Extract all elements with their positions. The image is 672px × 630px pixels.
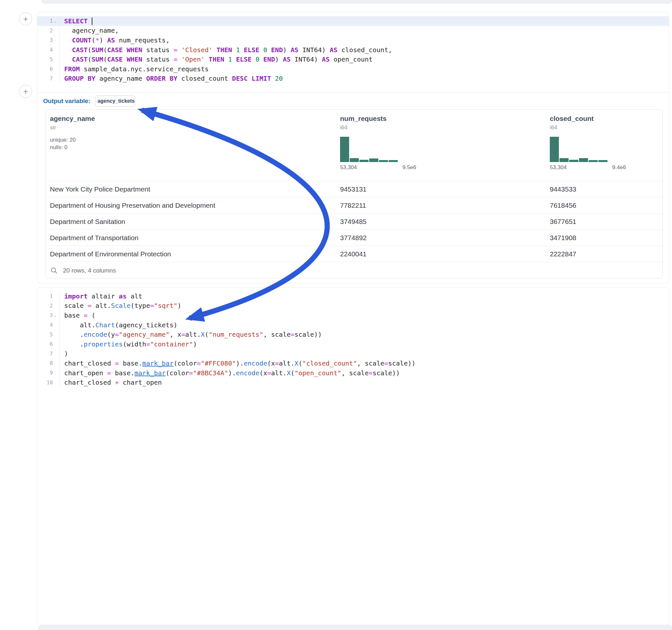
table-cell: New York City Police Department	[50, 185, 340, 193]
line-number: 1⌄	[37, 16, 59, 26]
table-cell: 7782211	[340, 201, 550, 209]
column-header[interactable]: closed_counti6453,3049.4e6	[550, 115, 662, 181]
code-text: import altair as alt	[59, 292, 142, 300]
table-cell: 2240041	[340, 250, 550, 258]
fold-chevron-icon[interactable]: ⌄	[53, 313, 57, 318]
line-number: 2	[37, 301, 59, 311]
line-number: 5	[37, 54, 59, 64]
code-text: scale = alt.Scale(type="sqrt")	[59, 302, 181, 310]
code-text: alt.Chart(agency_tickets)	[59, 321, 177, 329]
table-cell: Department of Transportation	[50, 234, 340, 242]
code-text: base = (	[59, 311, 95, 319]
line-number: 1	[37, 291, 59, 301]
line-number: 8	[37, 358, 59, 368]
code-line[interactable]: 4 alt.Chart(agency_tickets)	[37, 320, 669, 330]
column-stats: unique: 20nulls: 0	[50, 136, 340, 151]
code-line[interactable]: 4 CAST(SUM(CASE WHEN status = 'Closed' T…	[37, 45, 669, 55]
line-number: 10	[37, 378, 59, 387]
table-header: agency_namestrunique: 20nulls: 0num_requ…	[45, 110, 662, 181]
code-text: )	[59, 350, 68, 358]
line-number: 7	[37, 74, 59, 83]
line-number: 6	[37, 339, 59, 349]
table-row-count: 20 rows, 4 columns	[63, 267, 116, 274]
line-number: 4	[37, 45, 59, 55]
code-line[interactable]: 1⌄SELECT	[37, 16, 669, 26]
table-row[interactable]: Department of Housing Preservation and D…	[45, 197, 662, 213]
code-text: CAST(SUM(CASE WHEN status = 'Closed' THE…	[59, 46, 392, 54]
code-text: .properties(width="container")	[59, 340, 197, 348]
text-cursor	[92, 18, 92, 25]
table-cell: 3471908	[550, 234, 662, 242]
code-text: chart_closed = base.mark_bar(color="#FFC…	[59, 359, 415, 367]
python-code-editor[interactable]: 1import altair as alt2scale = alt.Scale(…	[37, 287, 669, 387]
column-name: closed_count	[550, 115, 662, 122]
column-type: i64	[340, 124, 550, 131]
table-cell: 3749485	[340, 218, 550, 225]
sql-cell: 1⌄SELECT 2 agency_name,3 COUNT(*) AS num…	[37, 12, 669, 283]
column-histogram: 53,3049.4e6	[550, 137, 626, 171]
code-line[interactable]: 9chart_open = base.mark_bar(color="#8BC3…	[37, 368, 669, 378]
column-type: i64	[550, 124, 662, 131]
code-text: SELECT	[59, 17, 92, 25]
add-cell-button-middle[interactable]: +	[19, 85, 32, 98]
table-cell: Department of Sanitation	[50, 218, 340, 225]
table-cell: 9443533	[550, 185, 662, 193]
previous-cell-edge	[42, 0, 672, 4]
code-line[interactable]: 3⌄base = (	[37, 311, 669, 320]
code-line[interactable]: 2 agency_name,	[37, 26, 669, 35]
output-variable-label: Output variable:	[43, 98, 91, 105]
code-line[interactable]: 10chart_closed + chart_open	[37, 378, 669, 387]
sql-code-editor[interactable]: 1⌄SELECT 2 agency_name,3 COUNT(*) AS num…	[37, 12, 669, 83]
code-line[interactable]: 5 CAST(SUM(CASE WHEN status = 'Open' THE…	[37, 54, 669, 64]
add-cell-button-top[interactable]: +	[19, 12, 32, 25]
code-text: chart_open = base.mark_bar(color="#8BC34…	[59, 369, 400, 377]
table-body: New York City Police Department945313194…	[45, 181, 662, 262]
code-text: .encode(y="agency_name", x=alt.X("num_re…	[59, 331, 322, 338]
line-number: 3⌄	[37, 311, 59, 320]
line-number: 9	[37, 368, 59, 378]
table-cell: 3677651	[550, 218, 662, 225]
table-row[interactable]: Department of Sanitation37494853677651	[45, 213, 662, 229]
column-header[interactable]: num_requestsi6453,3049.5e6	[340, 115, 550, 181]
line-number: 3	[37, 35, 59, 45]
table-row[interactable]: Department of Transportation377489234719…	[45, 229, 662, 246]
dataframe-preview: agency_namestrunique: 20nulls: 0num_requ…	[45, 109, 663, 278]
python-cell: 1import altair as alt2scale = alt.Scale(…	[37, 287, 669, 626]
output-variable-value: agency_tickets	[98, 98, 135, 104]
next-cell-edge	[38, 625, 672, 630]
code-line[interactable]: 7GROUP BY agency_name ORDER BY closed_co…	[37, 74, 669, 83]
table-row[interactable]: Department of Environmental Protection22…	[45, 246, 662, 262]
table-footer: 20 rows, 4 columns	[45, 262, 662, 278]
table-row[interactable]: New York City Police Department945313194…	[45, 181, 662, 197]
code-text: chart_closed + chart_open	[59, 379, 162, 386]
code-text: agency_name,	[59, 27, 119, 34]
code-line[interactable]: 2scale = alt.Scale(type="sqrt")	[37, 301, 669, 311]
output-variable-chip[interactable]: agency_tickets	[95, 96, 135, 106]
code-line[interactable]: 3 COUNT(*) AS num_requests,	[37, 35, 669, 45]
fold-chevron-icon[interactable]: ⌄	[53, 19, 57, 23]
code-text: COUNT(*) AS num_requests,	[59, 36, 170, 44]
line-number: 7	[37, 349, 59, 359]
column-header[interactable]: agency_namestrunique: 20nulls: 0	[50, 115, 340, 181]
code-line[interactable]: 6 .properties(width="container")	[37, 339, 669, 349]
table-cell: 3774892	[340, 234, 550, 242]
code-line[interactable]: 1import altair as alt	[37, 291, 669, 301]
code-line[interactable]: 8chart_closed = base.mark_bar(color="#FF…	[37, 358, 669, 368]
column-name: agency_name	[50, 115, 340, 122]
code-text: CAST(SUM(CASE WHEN status = 'Open' THEN …	[59, 55, 373, 63]
column-name: num_requests	[340, 115, 550, 122]
code-text: GROUP BY agency_name ORDER BY closed_cou…	[59, 75, 283, 82]
search-icon[interactable]	[51, 267, 58, 274]
table-cell: Department of Housing Preservation and D…	[50, 201, 340, 209]
code-line[interactable]: 5 .encode(y="agency_name", x=alt.X("num_…	[37, 330, 669, 339]
output-variable-row: Output variable: agency_tickets	[37, 92, 669, 110]
table-cell: Department of Environmental Protection	[50, 250, 340, 258]
code-line[interactable]: 7)	[37, 349, 669, 359]
line-number: 2	[37, 26, 59, 35]
code-text: FROM sample_data.nyc.service_requests	[59, 65, 209, 73]
line-number: 5	[37, 330, 59, 339]
table-cell: 9453131	[340, 185, 550, 193]
column-type: str	[50, 124, 340, 131]
code-line[interactable]: 6FROM sample_data.nyc.service_requests	[37, 64, 669, 74]
table-cell: 7618456	[550, 201, 662, 209]
